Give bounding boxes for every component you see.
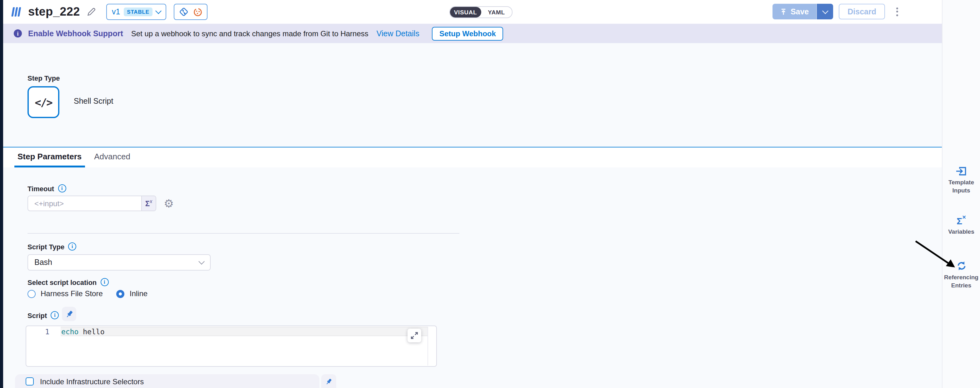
pin-script-button[interactable] [62, 307, 76, 321]
editor-code-line[interactable]: echo hello [61, 328, 105, 336]
step-type-value: Shell Script [74, 97, 113, 106]
info-icon: i [14, 29, 22, 38]
sidebar-item-referencing-entries[interactable]: Referencing Entries [942, 261, 980, 289]
page-title: step_222 [28, 5, 80, 19]
step-type-label: Step Type [27, 74, 60, 82]
template-library-icon [11, 6, 22, 17]
script-type-select[interactable]: Bash [27, 254, 211, 270]
chevron-down-icon [199, 258, 205, 265]
script-location-label: Select script location i [27, 278, 108, 286]
harness-step-template-editor: step_222 v1 STABLE VISUAL YAML [0, 0, 980, 388]
header-bar: step_222 v1 STABLE VISUAL YAML [3, 0, 942, 24]
pushpin-icon [325, 378, 332, 385]
expand-icon [410, 332, 418, 339]
view-details-link[interactable]: View Details [377, 29, 419, 38]
referencing-entries-icon [942, 261, 980, 271]
info-icon[interactable]: i [58, 184, 66, 192]
script-label: Script i [27, 311, 59, 319]
right-rail: Template Inputs Σ× Variables Referencing… [942, 0, 980, 388]
editor-minimap-divider [428, 327, 428, 366]
save-split-button: Save [773, 4, 833, 19]
main-panel: step_222 v1 STABLE VISUAL YAML [3, 0, 942, 388]
script-type-label: Script Type i [27, 242, 76, 251]
code-keyword: echo [61, 328, 78, 336]
pin-infra-button[interactable] [321, 374, 336, 388]
header-actions: Save Discard [773, 4, 900, 19]
timeout-input-wrap: Σx [27, 196, 156, 211]
template-inputs-icon [942, 166, 980, 176]
sigma-glyph: Σ [145, 199, 150, 208]
infra-selectors-row: Include Infrastructure Selectors [15, 374, 336, 388]
editor-line-number: 1 [26, 328, 49, 336]
chevron-down-icon [822, 8, 828, 14]
code-text: hello [78, 328, 104, 336]
sidebar-item-variables[interactable]: Σ× Variables [942, 216, 980, 236]
edit-title-icon[interactable] [87, 8, 95, 16]
discard-button[interactable]: Discard [839, 4, 885, 19]
publish-arrow-icon [780, 8, 787, 15]
radio-label[interactable]: Harness File Store [41, 289, 103, 298]
variables-icon: Σ× [942, 216, 980, 226]
sidebar-item-label: Variables [948, 228, 974, 235]
timeout-row: Σx ⚙ [27, 196, 174, 211]
version-label: v1 [112, 8, 120, 16]
info-icon[interactable]: i [68, 242, 76, 251]
git-cache-button-group[interactable] [174, 4, 207, 20]
script-location-label-text: Select script location [27, 278, 97, 286]
script-type-label-text: Script Type [27, 243, 64, 250]
timeout-label: Timeout i [27, 184, 66, 192]
sidebar-item-label: Template Inputs [948, 179, 974, 194]
more-options-kebab-icon[interactable] [894, 5, 900, 18]
left-nav-strip [0, 0, 3, 388]
pushpin-icon [65, 310, 73, 318]
editor-current-line-highlight [60, 327, 428, 336]
git-sync-diamond-icon[interactable] [179, 7, 189, 17]
editor-expand-button[interactable] [407, 329, 421, 342]
cache-status-icon[interactable] [193, 7, 202, 17]
step-type-section: Step Type </> Shell Script [3, 43, 942, 147]
timeout-label-text: Timeout [27, 184, 54, 192]
gear-icon[interactable]: ⚙ [164, 198, 174, 209]
sigma-x-glyph: x [150, 199, 152, 204]
radio-harness-file-store[interactable] [27, 289, 36, 298]
toggle-visual[interactable]: VISUAL [450, 7, 481, 17]
code-slash-icon: </> [35, 96, 52, 108]
visual-yaml-toggle: VISUAL YAML [449, 6, 512, 18]
banner-description: Set up a webhook to sync and track chang… [131, 29, 368, 38]
tab-bar: Step Parameters Advanced [3, 147, 942, 167]
step-type-card[interactable]: </> [27, 86, 59, 118]
include-infra-toggle[interactable]: Include Infrastructure Selectors [15, 374, 320, 388]
info-icon[interactable]: i [100, 278, 108, 286]
webhook-banner: i Enable Webhook Support Set up a webhoo… [3, 24, 942, 43]
timeout-input[interactable] [28, 196, 141, 211]
toggle-yaml[interactable]: YAML [481, 7, 512, 17]
script-label-text: Script [27, 312, 47, 319]
save-button[interactable]: Save [773, 4, 816, 19]
version-status-badge: STABLE [124, 8, 153, 16]
save-options-button[interactable] [816, 4, 833, 19]
include-infra-label: Include Infrastructure Selectors [40, 377, 144, 386]
tab-advanced[interactable]: Advanced [91, 148, 134, 167]
sidebar-item-label: Referencing Entries [944, 274, 978, 289]
script-location-options: Harness File Store Inline [27, 289, 148, 298]
banner-title: Enable Webhook Support [28, 29, 123, 38]
chevron-down-icon [155, 8, 162, 14]
sigma-glyph: Σ [956, 216, 962, 226]
info-icon[interactable]: i [51, 311, 59, 319]
radio-inline[interactable] [116, 289, 125, 298]
tab-step-parameters[interactable]: Step Parameters [14, 148, 85, 167]
save-button-label: Save [791, 7, 809, 16]
radio-label[interactable]: Inline [130, 289, 148, 298]
version-selector[interactable]: v1 STABLE [106, 4, 166, 20]
sigma-x-glyph: × [962, 214, 966, 221]
section-divider [27, 233, 460, 234]
script-code-editor[interactable]: 1 echo hello [25, 326, 437, 367]
include-infra-checkbox[interactable] [25, 377, 34, 385]
setup-webhook-button[interactable]: Setup Webhook [432, 27, 503, 40]
step-parameters-form: Timeout i Σx ⚙ Script Type i Bash [3, 167, 942, 388]
script-type-value: Bash [34, 258, 199, 267]
sidebar-item-template-inputs[interactable]: Template Inputs [942, 166, 980, 195]
sigma-x-icon[interactable]: Σx [141, 196, 156, 211]
